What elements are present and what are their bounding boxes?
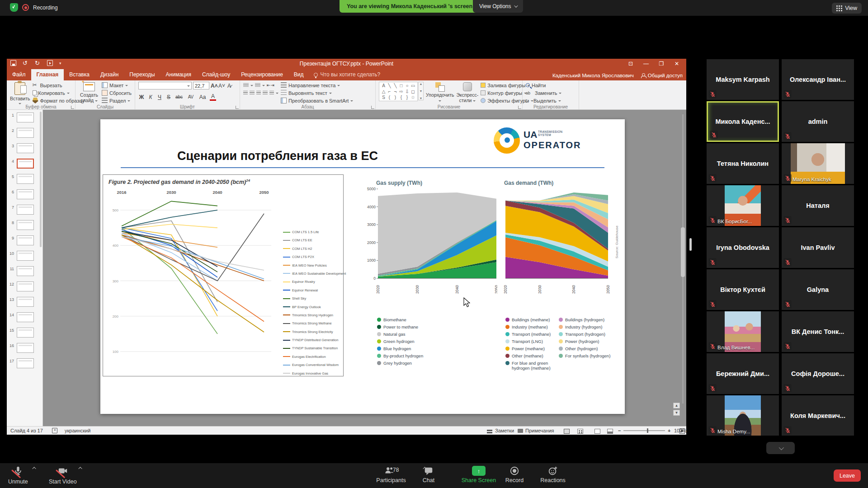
slideshow-view-icon[interactable]: [607, 429, 613, 434]
indent-icons[interactable]: ⇤⇥: [267, 83, 273, 88]
participant-tile[interactable]: Maksym Karpash: [707, 59, 779, 100]
shape-glyph[interactable]: ╲: [392, 83, 398, 89]
zoom-slider-thumb[interactable]: [647, 428, 648, 433]
shape-glyph[interactable]: ☆: [410, 94, 416, 100]
slide-thumbnail-7[interactable]: 7: [9, 205, 34, 215]
font-color-button[interactable]: А: [210, 93, 216, 101]
next-slide-button[interactable]: ▼: [673, 410, 680, 416]
video-options-caret[interactable]: [78, 467, 82, 470]
canvas-scrollbar[interactable]: [681, 114, 685, 404]
bold-button[interactable]: Ж: [138, 94, 145, 100]
thumbnail-preview[interactable]: [17, 343, 34, 353]
close-button[interactable]: ✕: [669, 61, 684, 67]
slide-thumbnail-9[interactable]: 9: [9, 235, 34, 245]
panel-divider-handle[interactable]: [689, 238, 692, 251]
view-options-button[interactable]: View Options: [473, 0, 523, 13]
participant-tile[interactable]: Iryna Obodovska: [707, 227, 779, 268]
text-direction-button[interactable]: Направление текста: [281, 82, 353, 89]
participant-tile[interactable]: Maryna Kraichyk: [782, 143, 854, 184]
font-name-input[interactable]: [138, 82, 192, 89]
shadow-button[interactable]: abc: [175, 94, 184, 99]
participant-tile[interactable]: Софія Дороше...: [782, 353, 854, 394]
shape-glyph[interactable]: A: [381, 83, 387, 89]
thumbnail-preview[interactable]: [17, 297, 34, 307]
chat-button[interactable]: Chat: [415, 466, 442, 483]
participant-tile[interactable]: Galyna: [782, 269, 854, 310]
zoom-in-button[interactable]: +: [668, 428, 670, 433]
panel-scroll-down-button[interactable]: [766, 442, 795, 454]
reading-view-icon[interactable]: [594, 429, 600, 434]
grow-font-button[interactable]: A˄: [211, 83, 217, 89]
thumbnail-preview[interactable]: [17, 312, 34, 322]
align-text-button[interactable]: Выровнять текст: [281, 89, 353, 96]
notes-button[interactable]: Заметки: [495, 428, 514, 433]
thumbnail-preview[interactable]: [17, 220, 34, 230]
participants-button[interactable]: 78 Participants: [364, 466, 418, 483]
mic-options-caret[interactable]: [32, 467, 36, 470]
ppt-tab-Вид[interactable]: Вид: [288, 69, 309, 80]
comments-button[interactable]: Примечания: [525, 428, 554, 433]
participant-tile[interactable]: Наталя: [782, 185, 854, 226]
shape-glyph[interactable]: ): [392, 94, 398, 100]
ppt-tab-Переходы[interactable]: Переходы: [124, 69, 160, 80]
columns-icon[interactable]: [269, 91, 274, 95]
tell-me-box[interactable]: Что вы хотите сделать?: [309, 71, 385, 80]
shape-glyph[interactable]: ○: [404, 83, 410, 89]
thumbnail-preview[interactable]: [17, 358, 34, 368]
ppt-tab-Слайд-шоу[interactable]: Слайд-шоу: [197, 69, 236, 80]
participant-tile[interactable]: Тетяна Николин: [707, 143, 779, 184]
ppt-tab-Анимация[interactable]: Анимация: [160, 69, 197, 80]
shape-glyph[interactable]: ¬: [392, 89, 398, 94]
previous-slide-button[interactable]: ▲: [673, 403, 680, 408]
shape-glyph[interactable]: ◻: [410, 89, 416, 94]
select-button[interactable]: Выделить: [526, 97, 561, 104]
participant-tile[interactable]: Микола Каденс...: [707, 101, 779, 142]
participant-tile[interactable]: Влад Вишнев...: [707, 311, 779, 352]
ppt-tab-Дизайн[interactable]: Дизайн: [95, 69, 124, 80]
shape-glyph[interactable]: ⇩: [404, 89, 410, 94]
slide-thumbnail-13[interactable]: 13: [9, 297, 34, 307]
thumbnail-preview[interactable]: [17, 174, 34, 184]
share-button[interactable]: Общий доступ: [641, 73, 683, 78]
leave-button[interactable]: Leave: [834, 469, 861, 482]
shape-glyph[interactable]: ⇨: [398, 89, 404, 94]
slide-thumbnail-3[interactable]: 3: [9, 143, 34, 153]
shrink-font-button[interactable]: A˅: [218, 83, 225, 89]
section-button[interactable]: Раздел: [102, 97, 132, 104]
layout-button[interactable]: Макет: [102, 82, 132, 89]
view-button[interactable]: View: [832, 3, 862, 14]
ppt-tab-Главная[interactable]: Главная: [31, 69, 64, 80]
participant-tile[interactable]: Віктор Кухтєй: [707, 269, 779, 310]
participant-tile[interactable]: ВК БорисБог...: [707, 185, 779, 226]
thumbnail-preview[interactable]: [17, 205, 34, 215]
slide-thumbnail-12[interactable]: 12: [9, 282, 34, 291]
restore-button[interactable]: ❐: [654, 61, 669, 67]
thumbnail-preview[interactable]: [17, 282, 34, 291]
shape-glyph[interactable]: ╲: [387, 83, 392, 89]
arrange-button[interactable]: Упорядочить: [426, 82, 454, 103]
shape-glyph[interactable]: △: [381, 89, 387, 94]
thumbnail-scrollbar[interactable]: [40, 112, 42, 247]
slide-thumbnail-5[interactable]: 5: [9, 174, 34, 184]
slide-canvas[interactable]: Сценарии потребления газа в ЕС UA TRANSM…: [100, 119, 625, 414]
align-right-icon[interactable]: [256, 91, 261, 95]
minimize-button[interactable]: —: [638, 61, 654, 67]
participant-tile[interactable]: Коля Маркевич...: [782, 395, 854, 436]
zoom-slider[interactable]: [623, 430, 665, 431]
thumbnail-preview[interactable]: [17, 128, 34, 138]
slide-thumbnail-14[interactable]: 14: [9, 312, 34, 322]
replace-button[interactable]: abЗаменить: [526, 89, 561, 96]
thumbnail-preview[interactable]: [17, 113, 34, 122]
justify-icon[interactable]: [263, 91, 267, 95]
strikethrough-button[interactable]: S: [165, 94, 172, 100]
shape-glyph[interactable]: }: [404, 94, 410, 100]
ribbon-display-icon[interactable]: ⊡: [623, 61, 638, 67]
start-video-button[interactable]: Start Video: [49, 466, 77, 485]
proofing-icon[interactable]: [52, 428, 57, 433]
char-spacing-button[interactable]: AV: [186, 94, 195, 99]
numbering-icon[interactable]: [255, 83, 260, 88]
dialog-launcher-icon[interactable]: [71, 106, 74, 109]
participant-tile[interactable]: Misha Demy...: [707, 395, 779, 436]
thumbnail-preview[interactable]: [17, 159, 34, 169]
change-case-button[interactable]: Aa: [198, 94, 207, 100]
